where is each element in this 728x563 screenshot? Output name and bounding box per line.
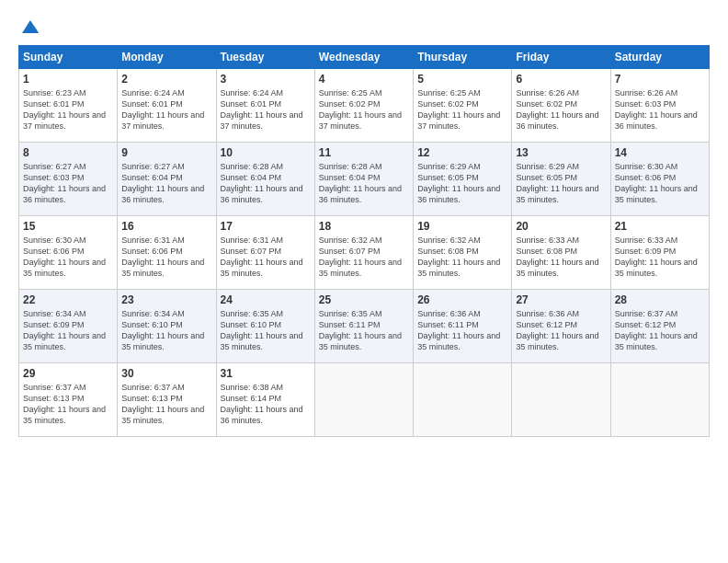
day-info: Sunrise: 6:34 AM Sunset: 6:10 PM Dayligh… bbox=[121, 308, 211, 353]
calendar-cell: 7 Sunrise: 6:26 AM Sunset: 6:03 PM Dayli… bbox=[610, 69, 709, 143]
day-info: Sunrise: 6:37 AM Sunset: 6:13 PM Dayligh… bbox=[23, 382, 113, 427]
calendar-cell: 5 Sunrise: 6:25 AM Sunset: 6:02 PM Dayli… bbox=[414, 69, 512, 143]
day-info: Sunrise: 6:37 AM Sunset: 6:12 PM Dayligh… bbox=[615, 308, 705, 353]
day-info: Sunrise: 6:29 AM Sunset: 6:05 PM Dayligh… bbox=[516, 161, 606, 206]
day-number: 19 bbox=[417, 220, 507, 233]
day-info: Sunrise: 6:38 AM Sunset: 6:14 PM Dayligh… bbox=[221, 382, 311, 427]
calendar-header-thursday: Thursday bbox=[414, 46, 512, 69]
day-info: Sunrise: 6:36 AM Sunset: 6:12 PM Dayligh… bbox=[516, 308, 606, 353]
day-info: Sunrise: 6:35 AM Sunset: 6:11 PM Dayligh… bbox=[319, 308, 409, 353]
day-info: Sunrise: 6:37 AM Sunset: 6:13 PM Dayligh… bbox=[121, 382, 211, 427]
calendar-week-3: 15 Sunrise: 6:30 AM Sunset: 6:06 PM Dayl… bbox=[19, 216, 710, 290]
day-number: 4 bbox=[319, 73, 409, 86]
calendar-cell: 10 Sunrise: 6:28 AM Sunset: 6:04 PM Dayl… bbox=[216, 143, 314, 216]
day-number: 23 bbox=[121, 293, 211, 306]
day-info: Sunrise: 6:24 AM Sunset: 6:01 PM Dayligh… bbox=[121, 87, 211, 132]
calendar-cell: 20 Sunrise: 6:33 AM Sunset: 6:08 PM Dayl… bbox=[512, 216, 610, 290]
day-number: 20 bbox=[516, 220, 606, 233]
calendar-cell: 3 Sunrise: 6:24 AM Sunset: 6:01 PM Dayli… bbox=[216, 69, 314, 143]
calendar-cell: 4 Sunrise: 6:25 AM Sunset: 6:02 PM Dayli… bbox=[314, 69, 413, 143]
day-number: 25 bbox=[319, 293, 409, 306]
day-number: 9 bbox=[121, 146, 211, 159]
calendar-cell: 11 Sunrise: 6:28 AM Sunset: 6:04 PM Dayl… bbox=[314, 143, 413, 216]
day-number: 1 bbox=[23, 73, 113, 86]
calendar-cell: 25 Sunrise: 6:35 AM Sunset: 6:11 PM Dayl… bbox=[314, 290, 413, 363]
day-info: Sunrise: 6:28 AM Sunset: 6:04 PM Dayligh… bbox=[319, 161, 409, 206]
day-number: 21 bbox=[615, 220, 705, 233]
day-number: 28 bbox=[615, 293, 705, 306]
calendar-header-friday: Friday bbox=[512, 46, 610, 69]
day-number: 11 bbox=[319, 146, 409, 159]
calendar-cell: 18 Sunrise: 6:32 AM Sunset: 6:07 PM Dayl… bbox=[314, 216, 413, 290]
day-info: Sunrise: 6:32 AM Sunset: 6:07 PM Dayligh… bbox=[319, 235, 409, 280]
day-info: Sunrise: 6:26 AM Sunset: 6:03 PM Dayligh… bbox=[615, 87, 705, 132]
day-info: Sunrise: 6:33 AM Sunset: 6:08 PM Dayligh… bbox=[516, 235, 606, 280]
day-info: Sunrise: 6:32 AM Sunset: 6:08 PM Dayligh… bbox=[417, 235, 507, 280]
day-info: Sunrise: 6:26 AM Sunset: 6:02 PM Dayligh… bbox=[516, 87, 606, 132]
calendar-week-1: 1 Sunrise: 6:23 AM Sunset: 6:01 PM Dayli… bbox=[19, 69, 710, 143]
day-number: 7 bbox=[615, 73, 705, 86]
calendar-week-4: 22 Sunrise: 6:34 AM Sunset: 6:09 PM Dayl… bbox=[19, 290, 710, 363]
day-number: 26 bbox=[417, 293, 507, 306]
calendar-cell bbox=[610, 363, 709, 437]
header bbox=[18, 17, 710, 36]
day-number: 10 bbox=[221, 146, 311, 159]
calendar-cell: 15 Sunrise: 6:30 AM Sunset: 6:06 PM Dayl… bbox=[19, 216, 118, 290]
calendar-cell: 29 Sunrise: 6:37 AM Sunset: 6:13 PM Dayl… bbox=[19, 363, 118, 437]
day-info: Sunrise: 6:30 AM Sunset: 6:06 PM Dayligh… bbox=[23, 235, 113, 280]
calendar-cell: 2 Sunrise: 6:24 AM Sunset: 6:01 PM Dayli… bbox=[118, 69, 216, 143]
calendar-cell: 26 Sunrise: 6:36 AM Sunset: 6:11 PM Dayl… bbox=[414, 290, 512, 363]
calendar-cell: 28 Sunrise: 6:37 AM Sunset: 6:12 PM Dayl… bbox=[610, 290, 709, 363]
day-number: 12 bbox=[417, 146, 507, 159]
calendar-cell: 23 Sunrise: 6:34 AM Sunset: 6:10 PM Dayl… bbox=[118, 290, 216, 363]
calendar-cell bbox=[414, 363, 512, 437]
day-number: 24 bbox=[221, 293, 311, 306]
calendar-cell: 22 Sunrise: 6:34 AM Sunset: 6:09 PM Dayl… bbox=[19, 290, 118, 363]
calendar-cell: 27 Sunrise: 6:36 AM Sunset: 6:12 PM Dayl… bbox=[512, 290, 610, 363]
calendar-cell: 6 Sunrise: 6:26 AM Sunset: 6:02 PM Dayli… bbox=[512, 69, 610, 143]
day-number: 30 bbox=[121, 367, 211, 380]
day-number: 3 bbox=[221, 73, 311, 86]
page: SundayMondayTuesdayWednesdayThursdayFrid… bbox=[0, 0, 728, 563]
day-number: 18 bbox=[319, 220, 409, 233]
calendar-cell: 13 Sunrise: 6:29 AM Sunset: 6:05 PM Dayl… bbox=[512, 143, 610, 216]
day-info: Sunrise: 6:34 AM Sunset: 6:09 PM Dayligh… bbox=[23, 308, 113, 353]
calendar-cell: 9 Sunrise: 6:27 AM Sunset: 6:04 PM Dayli… bbox=[118, 143, 216, 216]
day-info: Sunrise: 6:33 AM Sunset: 6:09 PM Dayligh… bbox=[615, 235, 705, 280]
calendar-header-wednesday: Wednesday bbox=[314, 46, 413, 69]
day-number: 14 bbox=[615, 146, 705, 159]
day-number: 5 bbox=[417, 73, 507, 86]
calendar-cell: 12 Sunrise: 6:29 AM Sunset: 6:05 PM Dayl… bbox=[414, 143, 512, 216]
day-info: Sunrise: 6:36 AM Sunset: 6:11 PM Dayligh… bbox=[417, 308, 507, 353]
day-info: Sunrise: 6:27 AM Sunset: 6:03 PM Dayligh… bbox=[23, 161, 113, 206]
calendar-cell: 14 Sunrise: 6:30 AM Sunset: 6:06 PM Dayl… bbox=[610, 143, 709, 216]
calendar-header-tuesday: Tuesday bbox=[216, 46, 314, 69]
day-info: Sunrise: 6:23 AM Sunset: 6:01 PM Dayligh… bbox=[23, 87, 113, 132]
calendar-cell: 17 Sunrise: 6:31 AM Sunset: 6:07 PM Dayl… bbox=[216, 216, 314, 290]
day-number: 6 bbox=[516, 73, 606, 86]
calendar-cell: 8 Sunrise: 6:27 AM Sunset: 6:03 PM Dayli… bbox=[19, 143, 118, 216]
calendar-cell: 19 Sunrise: 6:32 AM Sunset: 6:08 PM Dayl… bbox=[414, 216, 512, 290]
day-number: 16 bbox=[121, 220, 211, 233]
calendar-cell bbox=[512, 363, 610, 437]
calendar-week-5: 29 Sunrise: 6:37 AM Sunset: 6:13 PM Dayl… bbox=[19, 363, 710, 437]
calendar-cell: 1 Sunrise: 6:23 AM Sunset: 6:01 PM Dayli… bbox=[19, 69, 118, 143]
day-info: Sunrise: 6:24 AM Sunset: 6:01 PM Dayligh… bbox=[221, 87, 311, 132]
calendar-header-sunday: Sunday bbox=[19, 46, 118, 69]
calendar-header-monday: Monday bbox=[118, 46, 216, 69]
calendar-table: SundayMondayTuesdayWednesdayThursdayFrid… bbox=[18, 45, 710, 437]
day-number: 22 bbox=[23, 293, 113, 306]
calendar-cell bbox=[314, 363, 413, 437]
day-info: Sunrise: 6:29 AM Sunset: 6:05 PM Dayligh… bbox=[417, 161, 507, 206]
logo bbox=[18, 17, 42, 36]
day-info: Sunrise: 6:28 AM Sunset: 6:04 PM Dayligh… bbox=[221, 161, 311, 206]
calendar-week-2: 8 Sunrise: 6:27 AM Sunset: 6:03 PM Dayli… bbox=[19, 143, 710, 216]
logo-icon bbox=[20, 18, 40, 35]
day-number: 27 bbox=[516, 293, 606, 306]
day-number: 2 bbox=[121, 73, 211, 86]
day-info: Sunrise: 6:30 AM Sunset: 6:06 PM Dayligh… bbox=[615, 161, 705, 206]
calendar-header-row: SundayMondayTuesdayWednesdayThursdayFrid… bbox=[19, 46, 710, 69]
day-number: 29 bbox=[23, 367, 113, 380]
day-info: Sunrise: 6:27 AM Sunset: 6:04 PM Dayligh… bbox=[121, 161, 211, 206]
day-info: Sunrise: 6:35 AM Sunset: 6:10 PM Dayligh… bbox=[221, 308, 311, 353]
